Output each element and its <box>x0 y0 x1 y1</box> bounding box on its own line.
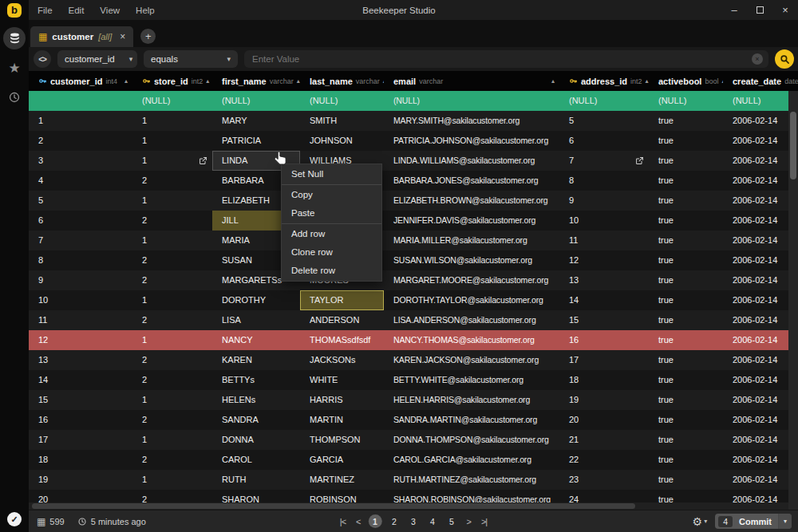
context-menu-item-paste[interactable]: Paste <box>282 204 381 223</box>
cell-email[interactable]: LINDA.WILLIAMS@sakilacustomer.org <box>384 151 559 171</box>
column-header-email[interactable]: emailvarchar▴ <box>384 71 559 91</box>
cell-customer_id[interactable]: 11 <box>29 310 132 330</box>
page-button-4[interactable]: 4 <box>426 514 440 528</box>
cell-first_name[interactable]: PATRICIA <box>212 131 300 151</box>
cell-customer_id[interactable]: 12 <box>29 330 132 350</box>
cell-customer_id[interactable]: 5 <box>29 191 132 211</box>
cell-create_date[interactable]: 2006-02-14 <box>723 270 798 290</box>
cell-activebool[interactable]: true <box>649 350 723 370</box>
cell-store_id[interactable]: 1 <box>132 290 212 310</box>
cell-activebool[interactable]: true <box>649 290 723 310</box>
cell-store_id[interactable]: 1 <box>132 390 212 410</box>
prev-page-icon[interactable]: < <box>354 517 362 526</box>
cell-last_name[interactable]: WHITE <box>300 370 384 390</box>
cell-activebool[interactable]: true <box>649 430 723 450</box>
cell-email[interactable]: DOROTHY.TAYLOR@sakilacustomer.org <box>384 290 559 310</box>
cell-store_id[interactable]: 2 <box>132 310 212 330</box>
cell-customer_id[interactable]: 2 <box>29 131 132 151</box>
cell-first_name[interactable]: LISA <box>212 310 300 330</box>
cell-first_name[interactable]: RUTH <box>212 470 300 490</box>
cell-email[interactable]: ELIZABETH.BROWN@sakilacustomer.org <box>384 191 559 211</box>
cell-email[interactable]: MARGARET.MOORE@sakilacustomer.org <box>384 270 559 290</box>
cell-last_name[interactable]: THOMASsdfsdf <box>300 330 384 350</box>
column-header-create_date[interactable]: create_datedate▴ <box>723 71 798 91</box>
cell-last_name[interactable]: JOHNSON <box>300 131 384 151</box>
cell-address_id[interactable]: (NULL) <box>559 91 649 111</box>
vertical-scrollbar-thumb[interactable] <box>790 112 796 179</box>
page-button-2[interactable]: 2 <box>388 514 401 528</box>
sidebar-item-history[interactable] <box>3 86 26 108</box>
cell-activebool[interactable]: true <box>649 231 723 250</box>
cell-store_id[interactable]: (NULL) <box>132 91 212 111</box>
cell-customer_id[interactable]: 9 <box>29 270 132 290</box>
cell-store_id[interactable]: 1 <box>132 231 212 250</box>
cell-address_id[interactable]: 20 <box>559 410 649 430</box>
cell-customer_id[interactable]: 18 <box>29 450 132 470</box>
cell-address_id[interactable]: 19 <box>559 390 649 410</box>
last-page-icon[interactable]: >| <box>479 517 489 526</box>
cell-last_name[interactable]: SMITH <box>300 111 384 131</box>
cell-customer_id[interactable]: 4 <box>29 171 132 191</box>
cell-address_id[interactable]: 15 <box>559 310 649 330</box>
new-tab-button[interactable]: + <box>140 29 156 44</box>
cell-first_name[interactable]: KAREN <box>212 350 300 370</box>
filter-operator-select[interactable]: equals ▾ <box>144 50 238 68</box>
cell-store_id[interactable]: 2 <box>132 211 212 231</box>
cell-first_name[interactable]: DOROTHY <box>212 290 300 310</box>
cell-last_name[interactable]: MARTINEZ <box>300 470 384 490</box>
cell-customer_id[interactable]: 8 <box>29 250 132 270</box>
cell-address_id[interactable]: 17 <box>559 350 649 370</box>
cell-store_id[interactable]: 2 <box>132 270 212 290</box>
context-menu-item-clone-row[interactable]: Clone row <box>282 243 381 262</box>
cell-create_date[interactable]: 2006-02-14 <box>723 111 798 131</box>
cell-email[interactable]: SANDRA.MARTIN@sakilacustomer.org <box>384 410 559 430</box>
sql-toggle-icon[interactable]: <> <box>34 50 51 68</box>
cell-create_date[interactable]: 2006-02-14 <box>723 191 798 211</box>
clear-filter-icon[interactable]: × <box>752 53 763 65</box>
column-header-store_id[interactable]: store_idint2▴ <box>132 71 212 91</box>
cell-address_id[interactable]: 23 <box>559 470 649 490</box>
cell-create_date[interactable]: 2006-02-14 <box>723 290 798 310</box>
cell-email[interactable]: DONNA.THOMPSON@sakilacustomer.org <box>384 430 559 450</box>
cell-activebool[interactable]: true <box>649 270 723 290</box>
cell-last_name[interactable]: TAYLOR <box>300 290 384 310</box>
column-header-address_id[interactable]: address_idint2▴ <box>559 71 649 91</box>
cell-customer_id[interactable]: 15 <box>29 390 132 410</box>
cell-store_id[interactable]: 2 <box>132 350 212 370</box>
context-menu-item-copy[interactable]: Copy <box>282 186 381 204</box>
cell-activebool[interactable]: true <box>649 370 723 390</box>
cell-address_id[interactable]: 9 <box>559 191 649 211</box>
cell-first_name[interactable]: BETTYs <box>212 370 300 390</box>
cell-activebool[interactable]: true <box>649 131 723 151</box>
cell-first_name[interactable]: SANDRA <box>212 410 300 430</box>
cell-activebool[interactable]: true <box>649 450 723 470</box>
cell-last_name[interactable]: MARTIN <box>300 410 384 430</box>
cell-first_name[interactable]: NANCY <box>212 330 300 350</box>
filter-field-select[interactable]: customer_id ▾ <box>57 50 137 68</box>
maximize-icon[interactable] <box>747 0 772 20</box>
cell-activebool[interactable]: true <box>649 470 723 490</box>
cell-activebool[interactable]: true <box>649 330 723 350</box>
menu-file[interactable]: File <box>30 2 60 18</box>
tab-close-icon[interactable]: × <box>120 31 125 42</box>
menu-edit[interactable]: Edit <box>61 2 92 18</box>
cell-email[interactable]: HELEN.HARRIS@sakilacustomer.org <box>384 390 559 410</box>
cell-activebool[interactable]: true <box>649 410 723 430</box>
cell-create_date[interactable]: 2006-02-14 <box>723 470 798 490</box>
filter-value-input[interactable] <box>244 50 768 68</box>
cell-create_date[interactable]: 2006-02-14 <box>723 450 798 470</box>
cell-address_id[interactable]: 18 <box>559 370 649 390</box>
next-page-icon[interactable]: > <box>464 517 473 526</box>
cell-store_id[interactable]: 1 <box>132 111 212 131</box>
cell-create_date[interactable]: 2006-02-14 <box>723 410 798 430</box>
cell-create_date[interactable]: 2006-02-14 <box>723 211 798 231</box>
cell-store_id[interactable]: 2 <box>132 450 212 470</box>
page-button-3[interactable]: 3 <box>407 514 421 528</box>
cell-email[interactable]: MARIA.MILLER@sakilacustomer.org <box>384 231 559 250</box>
cell-store_id[interactable]: 1 <box>132 330 212 350</box>
cell-activebool[interactable]: true <box>649 250 723 270</box>
cell-email[interactable]: MARY.SMITH@sakilacustomer.org <box>384 111 559 131</box>
cell-activebool[interactable]: true <box>649 310 723 330</box>
close-icon[interactable]: × <box>772 0 798 20</box>
menu-help[interactable]: Help <box>128 2 162 18</box>
